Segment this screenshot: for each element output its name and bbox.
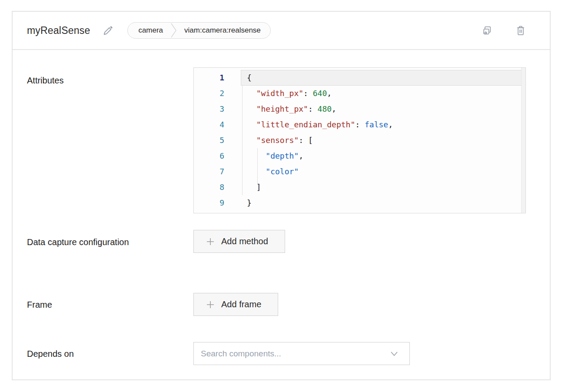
code-line[interactable]: 1{ [194, 70, 525, 86]
breadcrumb-chevron-icon [171, 23, 176, 38]
card-header: myRealSense camera viam:camera:realsense [13, 12, 550, 50]
data-capture-row: Data capture configuration Add method [27, 230, 526, 253]
add-frame-button[interactable]: Add frame [193, 293, 278, 316]
line-number: 1 [194, 70, 241, 86]
code-line-content[interactable]: "width_px": 640, [241, 86, 525, 101]
attributes-label: Attributes [27, 67, 193, 213]
line-number: 4 [194, 117, 241, 133]
pencil-icon [102, 25, 114, 37]
line-number: 9 [194, 195, 241, 211]
code-line-content[interactable]: ] [241, 179, 525, 195]
code-line[interactable]: 2 "width_px": 640, [194, 86, 525, 101]
frame-row: Frame Add frame [27, 293, 526, 316]
line-number: 8 [194, 179, 241, 195]
depends-on-select[interactable] [193, 342, 410, 365]
line-number: 2 [194, 86, 241, 101]
line-number: 6 [194, 148, 241, 164]
duplicate-button[interactable] [479, 23, 494, 38]
code-line[interactable]: 7 "color" [194, 164, 525, 179]
plus-icon [206, 300, 215, 309]
frame-label: Frame [27, 296, 193, 313]
code-line-content[interactable]: } [241, 195, 525, 211]
attributes-json-editor[interactable]: 1{2 "width_px": 640,3 "height_px": 480,4… [193, 67, 526, 213]
code-line[interactable]: 6 "depth", [194, 148, 525, 164]
duplicate-icon [481, 25, 493, 37]
depends-on-row: Depends on [27, 342, 526, 365]
search-components-input[interactable] [194, 342, 409, 365]
component-category: camera [138, 26, 163, 35]
code-line-content[interactable]: "sensors": [ [241, 133, 525, 148]
code-line-content[interactable]: "little_endian_depth": false, [241, 117, 525, 133]
add-method-button[interactable]: Add method [193, 230, 285, 253]
code-line-content[interactable]: { [241, 70, 525, 86]
code-area[interactable]: 1{2 "width_px": 640,3 "height_px": 480,4… [194, 70, 525, 211]
plus-icon [206, 237, 215, 246]
code-line[interactable]: 3 "height_px": 480, [194, 101, 525, 117]
data-capture-label: Data capture configuration [27, 230, 193, 252]
line-number: 3 [194, 101, 241, 117]
indent-guide [242, 86, 243, 195]
line-number: 5 [194, 133, 241, 148]
code-line[interactable]: 4 "little_endian_depth": false, [194, 117, 525, 133]
edit-name-button[interactable] [101, 24, 114, 37]
code-line-content[interactable]: "depth", [241, 148, 525, 164]
code-line[interactable]: 9} [194, 195, 525, 211]
component-type-pill: camera viam:camera:realsense [127, 22, 270, 39]
indent-guide [257, 148, 258, 185]
editor-scrollbar[interactable] [521, 68, 525, 213]
component-config-card: myRealSense camera viam:camera:realsense [12, 11, 551, 380]
code-line-content[interactable]: "color" [241, 164, 525, 179]
depends-on-label: Depends on [27, 345, 193, 362]
delete-button[interactable] [513, 23, 528, 38]
code-line[interactable]: 8 ] [194, 179, 525, 195]
attributes-row: Attributes 1{2 "width_px": 640,3 "height… [27, 67, 526, 213]
line-number: 7 [194, 164, 241, 179]
component-name: myRealSense [27, 25, 90, 37]
code-line-content[interactable]: "height_px": 480, [241, 101, 525, 117]
trash-icon [515, 25, 526, 37]
code-line[interactable]: 5 "sensors": [ [194, 133, 525, 148]
card-body: Attributes 1{2 "width_px": 640,3 "height… [13, 50, 550, 381]
component-model: viam:camera:realsense [184, 26, 261, 35]
